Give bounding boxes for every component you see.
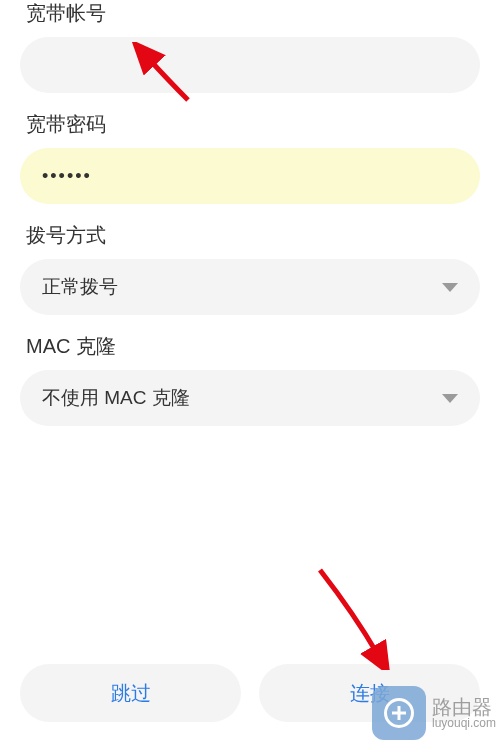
select-dial-method-value: 正常拨号 [42, 274, 118, 300]
skip-button[interactable]: 跳过 [20, 664, 241, 722]
watermark: 路由器 luyouqi.com [372, 686, 496, 740]
watermark-title: 路由器 [432, 697, 496, 717]
select-dial-method[interactable]: 正常拨号 [20, 259, 480, 315]
watermark-url: luyouqi.com [432, 717, 496, 729]
select-mac-clone[interactable]: 不使用 MAC 克隆 [20, 370, 480, 426]
input-password-value: •••••• [42, 166, 92, 187]
select-mac-clone-value: 不使用 MAC 克隆 [42, 385, 190, 411]
watermark-logo-icon [372, 686, 426, 740]
watermark-text: 路由器 luyouqi.com [432, 697, 496, 729]
form-container: 宽带帐号 宽带密码 •••••• 拨号方式 正常拨号 MAC 克隆 不使用 MA… [0, 0, 500, 426]
label-dial-method: 拨号方式 [26, 222, 480, 249]
chevron-down-icon [442, 394, 458, 403]
skip-button-label: 跳过 [111, 680, 151, 707]
label-broadband-account: 宽带帐号 [26, 0, 480, 27]
label-broadband-password: 宽带密码 [26, 111, 480, 138]
arrow-annotation-icon [300, 560, 400, 670]
label-mac-clone: MAC 克隆 [26, 333, 480, 360]
input-broadband-password[interactable]: •••••• [20, 148, 480, 204]
chevron-down-icon [442, 283, 458, 292]
input-broadband-account[interactable] [20, 37, 480, 93]
